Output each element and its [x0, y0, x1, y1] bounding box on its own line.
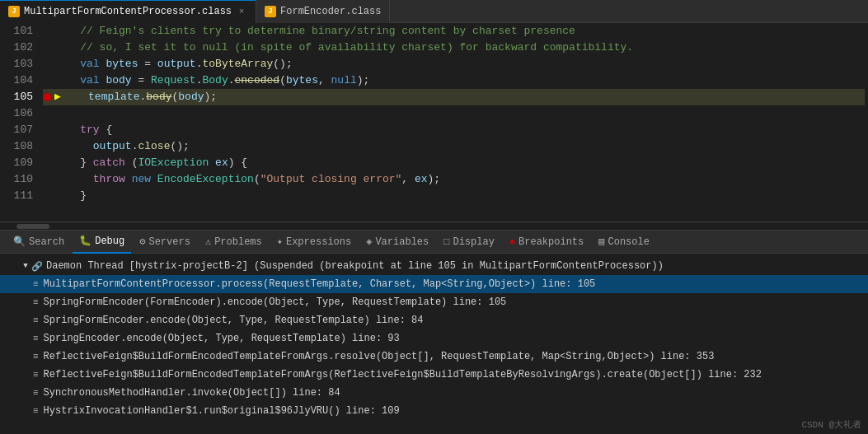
tab-problems[interactable]: ⚠ Problems — [199, 231, 269, 254]
tab-debug-label: Debug — [95, 236, 124, 247]
tab-display[interactable]: □ Display — [437, 231, 501, 254]
tab-close-multipart[interactable]: × — [236, 6, 247, 17]
ln-107: 107 — [0, 122, 33, 138]
code-105: template.body(body); — [63, 89, 217, 105]
ln-101: 101 — [0, 23, 33, 40]
tab-multipart[interactable]: J MultipartFormContentProcessor.class × — [0, 0, 256, 23]
code-line-105: ▶ template.body(body); — [43, 89, 865, 105]
stack-frame-icon-6: ≡ — [33, 370, 39, 380]
code-106 — [54, 105, 61, 122]
debug-frame-4[interactable]: ≡ SpringEncoder.encode(Object, Type, Req… — [0, 329, 868, 348]
tab-label-multipart: MultipartFormContentProcessor.class — [24, 6, 232, 17]
editor-area: J MultipartFormContentProcessor.class × … — [0, 0, 868, 231]
code-line-103: val bytes = output.toByteArray(); — [43, 56, 865, 72]
tab-formencoder[interactable]: J FormEncoder.class — [256, 0, 390, 23]
line-numbers: 101 102 103 104 105 106 107 108 109 110 … — [0, 23, 40, 222]
frame-text-3: SpringFormEncoder.encode(Object, Type, R… — [44, 315, 424, 326]
bottom-panel: 🔍 Search 🐛 Debug ⚙ Servers ⚠ Problems ✦ … — [0, 231, 868, 434]
ln-108: 108 — [0, 138, 33, 155]
comment-102: // so, I set it to null (in spite of ava… — [54, 40, 633, 56]
stack-frame-icon-7: ≡ — [33, 388, 39, 398]
tab-variables[interactable]: ◈ Variables — [359, 231, 435, 254]
tab-servers[interactable]: ⚙ Servers — [133, 231, 197, 254]
debug-frame-1[interactable]: ≡ MultipartFormContentProcessor.process(… — [0, 275, 868, 293]
stack-frame-icon-1: ≡ — [33, 279, 39, 289]
java-icon-formencoder: J — [265, 6, 276, 17]
stack-frame-icon-4: ≡ — [33, 334, 39, 343]
tab-breakpoints-label: Breakpoints — [518, 236, 584, 248]
tab-expressions[interactable]: ✦ Expressions — [270, 231, 358, 254]
debug-frame-6[interactable]: ≡ ReflectiveFeign$BuildFormEncodedTempla… — [0, 366, 868, 384]
code-111: } — [54, 188, 87, 204]
tab-variables-label: Variables — [375, 236, 429, 248]
display-icon: □ — [443, 236, 449, 248]
debug-thread-item[interactable]: ▼ 🔗 Daemon Thread [hystrix-projectB-2] (… — [0, 257, 868, 275]
code-109: } catch (IOException ex) { — [54, 155, 247, 171]
tree-expand-thread[interactable]: ▼ — [20, 260, 31, 272]
code-line-110: throw new EncodeException("Output closin… — [43, 171, 865, 188]
variables-icon: ◈ — [366, 236, 372, 248]
code-104: val body = Request.Body.encoded(bytes, n… — [54, 72, 369, 89]
frame-text-2: SpringFormEncoder(FormEncoder).encode(Ob… — [44, 296, 507, 308]
ln-111: 111 — [0, 188, 33, 204]
thread-label: Daemon Thread [hystrix-projectB-2] (Susp… — [46, 260, 664, 272]
tab-problems-label: Problems — [214, 236, 262, 248]
code-line-109: } catch (IOException ex) { — [43, 155, 865, 171]
java-icon-multipart: J — [8, 6, 20, 17]
panel-content-debug[interactable]: ▼ 🔗 Daemon Thread [hystrix-projectB-2] (… — [0, 254, 868, 434]
stack-frame-icon-2: ≡ — [33, 297, 39, 307]
tab-label-formencoder: FormEncoder.class — [280, 6, 381, 17]
frame-text-4: SpringEncoder.encode(Object, Type, Reque… — [44, 333, 400, 344]
tab-console-label: Console — [608, 236, 650, 248]
code-line-107: try { — [43, 122, 865, 138]
breakpoints-icon: ● — [509, 236, 515, 248]
thread-icon: 🔗 — [31, 261, 43, 272]
debug-frame-3[interactable]: ≡ SpringFormEncoder.encode(Object, Type,… — [0, 311, 868, 329]
debug-frame-5[interactable]: ≡ ReflectiveFeign$BuildFormEncodedTempla… — [0, 348, 868, 366]
code-content: // Feign's clients try to determine bina… — [40, 23, 868, 222]
tab-search-label: Search — [29, 236, 64, 248]
expressions-icon: ✦ — [277, 236, 283, 248]
stack-frame-icon-8: ≡ — [33, 406, 39, 416]
frame-text-6: ReflectiveFeign$BuildFormEncodedTemplate… — [44, 369, 762, 380]
debug-frame-8[interactable]: ≡ HystrixInvocationHandler$1.run$origina… — [0, 402, 868, 420]
code-line-101: // Feign's clients try to determine bina… — [43, 23, 865, 40]
ln-106: 106 — [0, 105, 33, 122]
tab-debug[interactable]: 🐛 Debug — [73, 231, 131, 254]
search-icon: 🔍 — [13, 236, 26, 248]
tab-search[interactable]: 🔍 Search — [7, 231, 71, 254]
frame-text-7: SynchronousMethodHandler.invoke(Object[]… — [44, 387, 340, 399]
frame-text-8: HystrixInvocationHandler$1.run$original$… — [44, 405, 400, 417]
console-icon: ▤ — [598, 236, 604, 248]
code-line-104: val body = Request.Body.encoded(bytes, n… — [43, 72, 865, 89]
stack-frame-icon-3: ≡ — [33, 315, 39, 325]
debug-icon: 🐛 — [79, 235, 91, 247]
code-108: output.close(); — [54, 138, 190, 155]
ln-102: 102 — [0, 40, 33, 56]
frame-text-1: MultipartFormContentProcessor.process(Re… — [44, 278, 596, 290]
debug-frame-7[interactable]: ≡ SynchronousMethodHandler.invoke(Object… — [0, 384, 868, 402]
ln-103: 103 — [0, 56, 33, 72]
tab-servers-label: Servers — [148, 236, 190, 248]
ln-110: 110 — [0, 171, 33, 188]
editor-horizontal-scrollbar[interactable] — [0, 222, 868, 230]
servers-icon: ⚙ — [139, 236, 145, 248]
panel-tab-bar: 🔍 Search 🐛 Debug ⚙ Servers ⚠ Problems ✦ … — [0, 231, 868, 254]
tab-display-label: Display — [453, 236, 494, 248]
tab-expressions-label: Expressions — [286, 236, 351, 248]
code-view: 101 102 103 104 105 106 107 108 109 110 … — [0, 23, 868, 222]
comment-101: // Feign's clients try to determine bina… — [54, 23, 575, 40]
ln-105: 105 — [0, 89, 33, 105]
code-line-102: // so, I set it to null (in spite of ava… — [43, 40, 865, 56]
stack-frame-icon-5: ≡ — [33, 352, 39, 362]
code-107: try { — [54, 122, 112, 138]
current-line-arrow: ▶ — [54, 89, 61, 105]
tab-console[interactable]: ▤ Console — [592, 231, 656, 254]
breakpoint-marker-105 — [43, 93, 51, 101]
tab-breakpoints[interactable]: ● Breakpoints — [503, 231, 590, 254]
scrollbar-thumb-h[interactable] — [16, 224, 49, 229]
debug-frame-2[interactable]: ≡ SpringFormEncoder(FormEncoder).encode(… — [0, 293, 868, 311]
watermark: CSDN @大礼者 — [801, 418, 861, 431]
code-line-111: } — [43, 188, 865, 204]
code-103: val bytes = output.toByteArray(); — [54, 56, 293, 72]
